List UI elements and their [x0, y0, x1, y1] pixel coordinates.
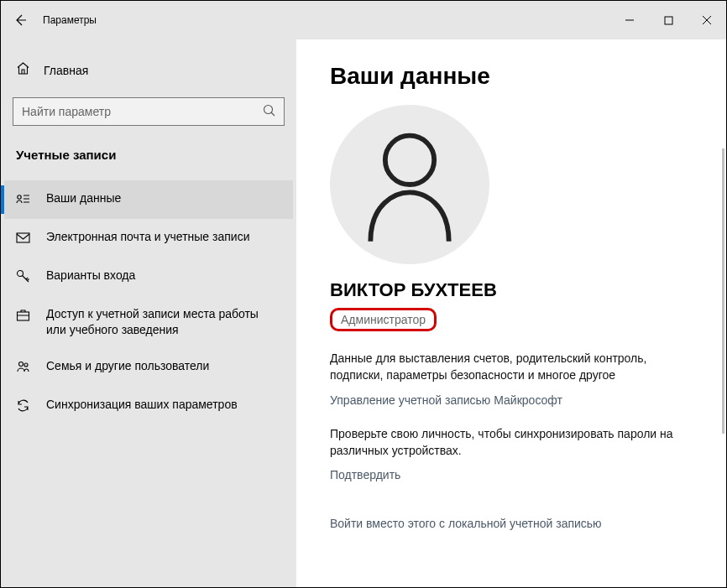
user-name: ВИКТОР БУХТЕЕВ	[330, 279, 693, 301]
sidebar-item-work[interactable]: Доступ к учетной записи места работы или…	[4, 296, 293, 348]
people-icon	[16, 360, 31, 377]
user-role-badge: Администратор	[330, 308, 437, 331]
sidebar-item-label: Электронная почта и учетные записи	[46, 229, 249, 245]
sidebar-category: Учетные записи	[4, 141, 293, 169]
sidebar-item-sync[interactable]: Синхронизация ваших параметров	[4, 387, 293, 425]
back-button[interactable]	[1, 1, 39, 39]
maximize-button[interactable]	[649, 1, 688, 39]
arrow-left-icon	[13, 13, 27, 27]
sidebar-item-label: Семья и другие пользователи	[46, 358, 209, 374]
manage-account-link[interactable]: Управление учетной записью Майкрософт	[330, 393, 562, 407]
sidebar-item-email[interactable]: Электронная почта и учетные записи	[4, 219, 293, 258]
maximize-icon	[664, 16, 673, 25]
svg-rect-0	[665, 17, 672, 24]
sidebar-item-signin[interactable]: Варианты входа	[4, 258, 293, 296]
sidebar: Главная Учетные записи Ваши данные Э	[1, 39, 296, 587]
sidebar-home-label: Главная	[44, 64, 88, 77]
sidebar-item-label: Варианты входа	[46, 268, 135, 284]
avatar	[330, 105, 489, 264]
briefcase-icon	[16, 308, 31, 325]
search-icon	[263, 104, 276, 121]
svg-point-8	[385, 136, 434, 185]
sidebar-item-your-info[interactable]: Ваши данные	[4, 180, 293, 219]
id-card-icon	[16, 192, 31, 209]
window-title: Параметры	[43, 14, 97, 26]
minimize-icon	[625, 15, 635, 25]
minimize-button[interactable]	[610, 1, 649, 39]
main-content: Ваши данные ВИКТОР БУХТЕЕВ Администратор…	[296, 39, 726, 587]
page-heading: Ваши данные	[330, 63, 693, 90]
key-icon	[16, 269, 31, 286]
svg-point-7	[24, 363, 28, 367]
sidebar-item-label: Ваши данные	[46, 190, 121, 206]
billing-description: Данные для выставления счетов, родительс…	[330, 350, 683, 384]
svg-point-4	[18, 271, 24, 277]
verify-description: Проверьте свою личность, чтобы синхрониз…	[330, 425, 683, 460]
close-icon	[702, 15, 712, 25]
sidebar-item-label: Доступ к учетной записи места работы или…	[46, 306, 281, 338]
mail-icon	[16, 231, 31, 247]
svg-point-6	[19, 362, 24, 366]
svg-rect-3	[17, 233, 29, 242]
verify-link[interactable]: Подтвердить	[330, 468, 400, 481]
home-icon	[16, 61, 30, 79]
search-input[interactable]	[13, 97, 285, 126]
scrollbar-track[interactable]	[722, 148, 724, 434]
local-account-link[interactable]: Войти вместо этого с локальной учетной з…	[330, 517, 693, 530]
sidebar-home[interactable]: Главная	[4, 55, 293, 86]
close-button[interactable]	[688, 1, 726, 39]
sync-icon	[16, 398, 31, 415]
svg-point-2	[18, 195, 21, 199]
person-icon	[359, 126, 460, 243]
titlebar: Параметры	[1, 1, 726, 39]
sidebar-item-family[interactable]: Семья и другие пользователи	[4, 348, 293, 387]
sidebar-item-label: Синхронизация ваших параметров	[46, 397, 238, 413]
search-box[interactable]	[13, 97, 285, 126]
svg-rect-5	[18, 312, 29, 320]
